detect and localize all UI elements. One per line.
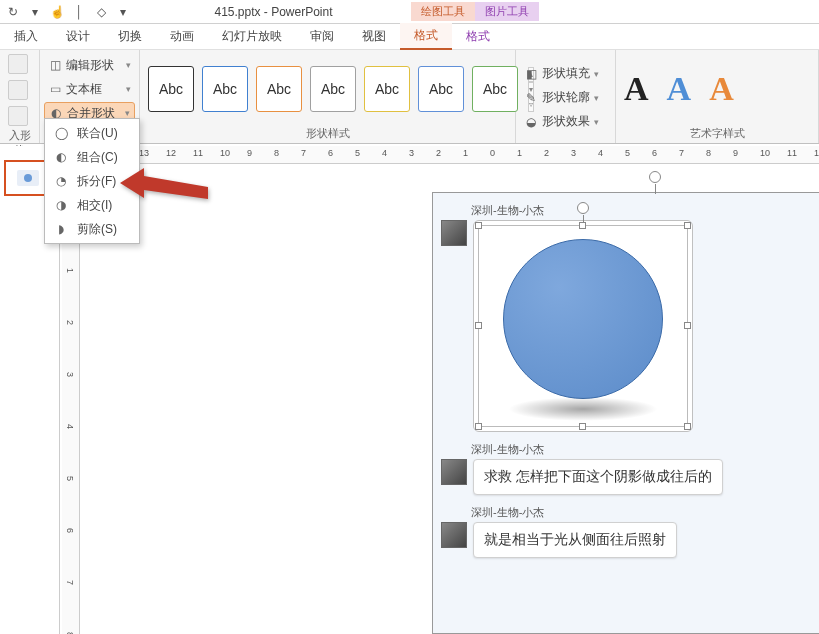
shape-effects-label: 形状效果: [542, 113, 590, 130]
chat-username-3: 深圳-生物-小杰: [471, 505, 819, 520]
svg-marker-0: [120, 168, 208, 199]
avatar: [441, 522, 467, 548]
chat-username-2: 深圳-生物-小杰: [471, 442, 819, 457]
text-box-button[interactable]: ▭ 文本框 ▾: [44, 78, 135, 100]
shape-tool-icon[interactable]: ◇: [92, 3, 110, 21]
shape-style-preset-1[interactable]: Abc: [148, 66, 194, 112]
touch-mode-icon[interactable]: ☝: [48, 3, 66, 21]
chevron-down-icon: ▾: [594, 93, 599, 103]
combine-icon: ◐: [53, 150, 69, 164]
menu-item-union[interactable]: ◯联合(U): [45, 121, 139, 145]
avatar: [441, 220, 467, 246]
resize-handle-nw[interactable]: [475, 222, 482, 229]
edit-shape-icon: ◫: [48, 58, 62, 72]
rotation-handle[interactable]: [649, 171, 661, 183]
resize-handle-w[interactable]: [475, 322, 482, 329]
subtract-icon: ◗: [53, 222, 69, 236]
shape-style-preset-5[interactable]: Abc: [364, 66, 410, 112]
chevron-down-icon: ▾: [125, 108, 130, 118]
shape-style-preset-4[interactable]: Abc: [310, 66, 356, 112]
fragment-icon: ◔: [53, 174, 69, 188]
shape-style-preset-3[interactable]: Abc: [256, 66, 302, 112]
redo-icon[interactable]: ↻: [4, 3, 22, 21]
shape-gallery-mini-3[interactable]: [8, 106, 28, 126]
qat-more-icon[interactable]: ▾: [114, 3, 132, 21]
shape-fill-label: 形状填充: [542, 65, 590, 82]
tab-insert[interactable]: 插入: [0, 24, 52, 49]
window-title: 415.pptx - PowerPoint: [136, 5, 411, 19]
chat-username-1: 深圳-生物-小杰: [471, 203, 819, 218]
shape-outline-label: 形状轮廓: [542, 89, 590, 106]
text-box-label: 文本框: [66, 81, 102, 98]
annotation-arrow: [120, 168, 210, 221]
resize-handle-n[interactable]: [579, 222, 586, 229]
tab-design[interactable]: 设计: [52, 24, 104, 49]
tab-review[interactable]: 审阅: [296, 24, 348, 49]
qat-sep: │: [70, 3, 88, 21]
edit-shape-button[interactable]: ◫ 编辑形状 ▾: [44, 54, 135, 76]
text-box-icon: ▭: [48, 82, 62, 96]
chat-message-1: 求救 怎样把下面这个阴影做成往后的: [473, 459, 723, 495]
avatar: [441, 459, 467, 485]
tab-format-picture[interactable]: 格式: [452, 24, 504, 49]
resize-handle-ne[interactable]: [684, 222, 691, 229]
tab-view[interactable]: 视图: [348, 24, 400, 49]
resize-handle-s[interactable]: [579, 423, 586, 430]
shape-gallery-mini-1[interactable]: [8, 54, 28, 74]
shape-gallery-mini-2[interactable]: [8, 80, 28, 100]
thumbnail-preview: [17, 170, 39, 186]
pen-icon: ✎: [524, 91, 538, 105]
shape-fill-button[interactable]: ◧ 形状填充 ▾: [524, 63, 599, 85]
rotation-handle-inner[interactable]: [577, 202, 589, 214]
resize-handle-se[interactable]: [684, 423, 691, 430]
group-label-wordart: 艺术字样式: [624, 124, 810, 141]
chat-message-2: 就是相当于光从侧面往后照射: [473, 522, 677, 558]
chevron-down-icon: ▾: [594, 117, 599, 127]
group-label-shape-styles: 形状样式: [148, 124, 507, 141]
contextual-tab-drawing[interactable]: 绘图工具: [411, 2, 475, 21]
resize-handle-e[interactable]: [684, 322, 691, 329]
chevron-down-icon: ▾: [126, 84, 131, 94]
shape-style-preset-2[interactable]: Abc: [202, 66, 248, 112]
shape-style-preset-6[interactable]: Abc: [418, 66, 464, 112]
tab-format-drawing[interactable]: 格式: [400, 23, 452, 50]
chat-image-bubble[interactable]: [473, 220, 693, 432]
menu-item-combine[interactable]: ◐组合(C): [45, 145, 139, 169]
selection-frame: [478, 225, 688, 427]
shape-style-preset-7[interactable]: Abc: [472, 66, 518, 112]
bucket-icon: ◧: [524, 67, 538, 81]
dropdown-qat-icon[interactable]: ▾: [26, 3, 44, 21]
resize-handle-sw[interactable]: [475, 423, 482, 430]
wordart-preset-2[interactable]: A: [667, 70, 692, 108]
edit-shape-label: 编辑形状: [66, 57, 114, 74]
contextual-tab-picture[interactable]: 图片工具: [475, 2, 539, 21]
union-icon: ◯: [53, 126, 69, 140]
effects-icon: ◒: [524, 115, 538, 129]
tab-slideshow[interactable]: 幻灯片放映: [208, 24, 296, 49]
chevron-down-icon: ▾: [594, 69, 599, 79]
chevron-down-icon: ▾: [126, 60, 131, 70]
tab-animation[interactable]: 动画: [156, 24, 208, 49]
wordart-preset-3[interactable]: A: [709, 70, 734, 108]
shape-outline-button[interactable]: ✎ 形状轮廓 ▾: [524, 87, 599, 109]
horizontal-ruler: 14131211109876543210123456789101112: [112, 146, 819, 164]
wordart-preset-1[interactable]: A: [624, 70, 649, 108]
intersect-icon: ◑: [53, 198, 69, 212]
slide-object-selected[interactable]: 深圳-生物-小杰 深圳-生物-小杰 求救: [432, 192, 819, 634]
shape-effects-button[interactable]: ◒ 形状效果 ▾: [524, 111, 599, 133]
tab-transition[interactable]: 切换: [104, 24, 156, 49]
